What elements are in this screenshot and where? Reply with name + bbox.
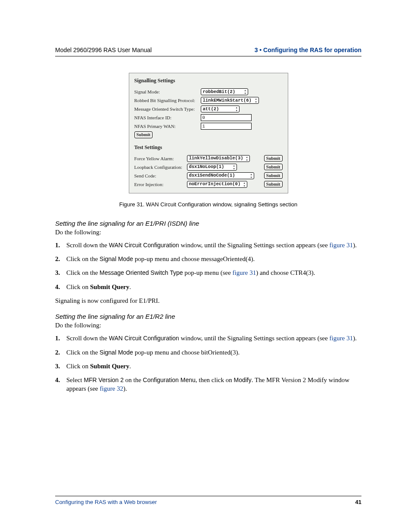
- section1-steps: Scroll down the WAN Circuit Configuratio…: [55, 241, 361, 291]
- section1-heading: Setting the line signaling for an E1/PRI…: [55, 220, 361, 227]
- figure-caption: Figure 31. WAN Circuit Configuration win…: [55, 201, 361, 208]
- header-left: Model 2960/2996 RAS User Manual: [55, 47, 152, 53]
- force-yellow-select[interactable]: linkYellowDisable(3) ▴▾: [187, 155, 250, 162]
- submit-button[interactable]: Submit: [264, 181, 283, 188]
- updown-icon: ▴▾: [255, 97, 257, 103]
- most-label: Message Oriented Switch Type:: [134, 106, 199, 112]
- most-value: att(2): [203, 107, 219, 112]
- loopback-label: Loopback Configuration:: [134, 165, 185, 170]
- updown-icon: ▴▾: [246, 156, 248, 162]
- figure-32-link[interactable]: figure 32: [100, 385, 123, 392]
- updown-icon: ▴▾: [250, 173, 252, 179]
- page-header: Model 2960/2996 RAS User Manual 3 • Conf…: [55, 47, 361, 56]
- loopback-select[interactable]: dsx1NoLoop(1) ▴▾: [187, 164, 237, 171]
- page-number: 41: [355, 499, 361, 505]
- header-right: 3 • Configuring the RAS for operation: [255, 47, 361, 53]
- list-item: Click on the Message Oriented Switch Typ…: [55, 268, 361, 277]
- signal-mode-value: robbedBit(2): [203, 90, 236, 94]
- figure-31-link[interactable]: figure 31: [233, 269, 256, 276]
- signal-mode-select[interactable]: robbedBit(2) ▴▾: [201, 88, 248, 95]
- section1-intro: Do the following:: [55, 228, 361, 236]
- nfas-primary-label: NFAS Primary WAN:: [134, 124, 199, 129]
- list-item: Scroll down the WAN Circuit Configuratio…: [55, 241, 361, 249]
- send-code-select[interactable]: dsx1SendNoCode(1) ▴▾: [187, 172, 254, 179]
- section2-intro: Do the following:: [55, 321, 361, 330]
- nfas-primary-input[interactable]: 1: [201, 123, 252, 130]
- figure-31-link[interactable]: figure 31: [330, 335, 353, 342]
- force-yellow-label: Force Yellow Alarm:: [134, 156, 185, 161]
- send-code-value: dsx1SendNoCode(1): [189, 173, 235, 178]
- submit-button[interactable]: Submit: [264, 164, 283, 171]
- error-inj-label: Error Injection:: [134, 182, 185, 187]
- rbsp-select[interactable]: linkEMWinkStart(6) ▴▾: [201, 97, 259, 104]
- loopback-value: dsx1NoLoop(1): [189, 165, 224, 169]
- nfas-id-input[interactable]: 0: [201, 114, 252, 121]
- footer-left: Configuring the RAS with a Web browser: [55, 499, 157, 505]
- rbsp-value: linkEMWinkStart(6): [203, 98, 252, 103]
- most-select[interactable]: att(2) ▴▾: [201, 106, 240, 112]
- section1-outro: Signaling is now configured for E1/PRI.: [55, 296, 361, 305]
- updown-icon: ▴▾: [243, 181, 246, 187]
- list-item: Click on the Signal Mode pop-up menu and…: [55, 348, 361, 357]
- section2-steps: Scroll down the WAN Circuit Configuratio…: [55, 334, 361, 393]
- rbsp-label: Robbed Bit Signalling Protocol:: [134, 98, 199, 103]
- submit-button[interactable]: Submit: [134, 131, 153, 138]
- signalling-settings-heading: Signalling Settings: [134, 78, 283, 84]
- signal-mode-label: Signal Mode:: [134, 89, 199, 94]
- error-inj-select[interactable]: noErrorInjection(0) ▴▾: [187, 181, 247, 188]
- list-item: Click on Submit Query.: [55, 283, 361, 291]
- updown-icon: ▴▾: [236, 106, 238, 112]
- list-item: Scroll down the WAN Circuit Configuratio…: [55, 334, 361, 342]
- submit-button[interactable]: Submit: [264, 155, 283, 162]
- test-settings-heading: Test Settings: [134, 144, 283, 151]
- updown-icon: ▴▾: [244, 89, 246, 95]
- send-code-label: Send Code:: [134, 173, 185, 178]
- submit-button[interactable]: Submit: [264, 172, 283, 179]
- nfas-id-label: NFAS Interface ID:: [134, 115, 199, 120]
- figure-31-link[interactable]: figure 31: [330, 242, 353, 249]
- list-item: Click on the Signal Mode pop-up menu and…: [55, 255, 361, 263]
- page-footer: Configuring the RAS with a Web browser 4…: [55, 496, 361, 505]
- error-inj-value: noErrorInjection(0): [189, 182, 241, 187]
- updown-icon: ▴▾: [233, 164, 235, 170]
- section2-heading: Setting the line signaling for an E1/R2 …: [55, 313, 361, 320]
- list-item: Select MFR Version 2 on the Configuratio…: [55, 376, 361, 393]
- figure-screenshot: Signalling Settings Signal Mode: robbedB…: [129, 73, 288, 193]
- force-yellow-value: linkYellowDisable(3): [189, 156, 243, 161]
- list-item: Click on Submit Query.: [55, 362, 361, 370]
